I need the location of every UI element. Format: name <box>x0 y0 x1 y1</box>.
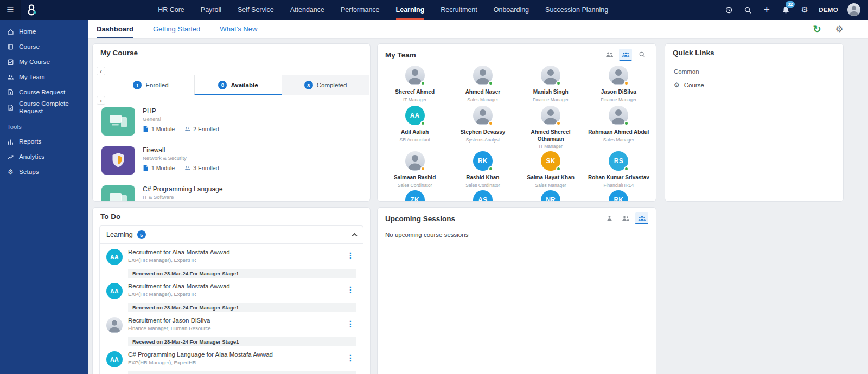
tab-available[interactable]: 0 Available <box>194 75 282 95</box>
page-tab-actions: ↻ ⚙ <box>813 20 843 38</box>
history-icon[interactable] <box>724 5 733 15</box>
member-avatar <box>405 151 425 171</box>
sidebar-item-my-course[interactable]: My Course <box>0 54 88 69</box>
sidebar-item-home[interactable]: Home <box>0 24 88 39</box>
todo-item-title: Recruitment for Jason DiSilva <box>128 317 211 324</box>
nav-onboarding[interactable]: Onboarding <box>494 0 529 20</box>
add-icon[interactable]: + <box>762 5 771 15</box>
team-member[interactable]: Stephen Devassy Systems Analyst <box>449 102 516 148</box>
member-avatar: AA <box>405 106 425 125</box>
nav-recruitment[interactable]: Recruitment <box>441 0 477 20</box>
team-member[interactable]: Rahmaan Ahmed Abdul Sales Manager <box>585 102 653 148</box>
nav-attendance[interactable]: Attendance <box>290 0 324 20</box>
avatar-initials: RK <box>614 196 623 201</box>
kebab-menu-icon[interactable]: ⋮ <box>347 252 354 259</box>
top-navigation: HR Core Payroll Self Service Attendance … <box>158 0 608 20</box>
sessions-pair-view-icon[interactable] <box>619 212 632 224</box>
user-avatar-silhouette-icon <box>847 3 860 16</box>
team-member[interactable]: Ahmed Shereef Othamaan IT Manager <box>517 102 585 148</box>
kebab-menu-icon[interactable]: ⋮ <box>347 320 354 327</box>
team-member[interactable]: AS <box>449 187 516 201</box>
tab-getting-started[interactable]: Getting Started <box>153 20 200 38</box>
status-dot <box>420 121 425 126</box>
nav-succession-planning[interactable]: Succession Planning <box>545 0 608 20</box>
member-avatar <box>541 106 560 125</box>
sidebar-item-label: Course <box>19 43 40 50</box>
person-photo-icon <box>106 317 123 333</box>
nav-hr-core[interactable]: HR Core <box>158 0 184 20</box>
team-member[interactable]: RK <box>585 187 653 201</box>
todo-learning-section: Learning 5 AA Recruitment for Alaa Mosta… <box>99 225 363 374</box>
search-icon[interactable] <box>743 5 752 15</box>
member-avatar <box>473 106 493 125</box>
sidebar-item-course-request[interactable]: Course Request <box>0 85 88 100</box>
avatar-initials: AA <box>110 254 119 260</box>
member-role: Finance Manager <box>533 97 569 102</box>
team-member[interactable]: RS Rohan Kumar Srivastav FinancialHR14 <box>585 148 653 187</box>
sidebar-item-setups[interactable]: ⚙ Setups <box>0 164 88 179</box>
enrolled-people-icon <box>184 126 190 132</box>
course-list-item[interactable]: C# Programming Language IT & Software <box>93 180 370 202</box>
course-list-item[interactable]: Firewall Network & Security 1 Module 3 E… <box>93 141 370 180</box>
todo-item-text: Recruitment for Alaa Mostafa Awwad EXP(H… <box>128 249 230 263</box>
team-member[interactable]: Shereef Ahmed IT Manager <box>381 62 449 102</box>
refresh-icon[interactable]: ↻ <box>813 23 821 35</box>
team-card-view-icon[interactable] <box>619 49 632 61</box>
team-list-view-icon[interactable] <box>603 49 616 61</box>
sidebar-item-reports[interactable]: Reports <box>0 134 88 149</box>
team-member[interactable]: Manish Singh Finance Manager <box>517 62 585 102</box>
status-dot <box>556 81 561 86</box>
nav-learning[interactable]: Learning <box>396 0 425 20</box>
course-list-item[interactable]: PHP General 1 Module 2 Enrolled <box>93 102 370 141</box>
quick-link-label: Course <box>684 82 704 88</box>
team-member[interactable]: NR <box>517 187 585 201</box>
tab-completed[interactable]: 3 Completed <box>282 75 369 95</box>
app-logo[interactable] <box>21 3 42 16</box>
hamburger-menu-icon[interactable]: ☰ <box>0 0 21 20</box>
learning-section-header[interactable]: Learning 5 <box>100 226 363 244</box>
course-category: Network & Security <box>143 155 219 161</box>
team-member[interactable]: ZK <box>381 187 449 201</box>
tab-enrolled[interactable]: 1 Enrolled <box>107 75 195 95</box>
nav-self-service[interactable]: Self Service <box>238 0 274 20</box>
todo-item-head: AA Recruitment for Alaa Mostafa Awwad EX… <box>106 283 356 299</box>
team-member[interactable]: RK Rashid Khan Sales Cordinator <box>449 148 516 187</box>
sessions-group-view-icon[interactable] <box>635 212 648 224</box>
nav-performance[interactable]: Performance <box>341 0 380 20</box>
sidebar-item-course-complete-request[interactable]: Course Complete Request <box>0 100 88 115</box>
collapse-chevron-icon[interactable] <box>352 233 358 238</box>
tab-whats-new[interactable]: What's New <box>220 20 257 38</box>
sidebar-item-course[interactable]: Course <box>0 39 88 54</box>
member-role: Systems Analyst <box>466 137 500 143</box>
member-avatar: ZK <box>405 190 425 201</box>
team-search-icon[interactable] <box>635 49 648 61</box>
quick-link-course[interactable]: ⚙ Course <box>665 75 843 89</box>
sessions-single-view-icon[interactable] <box>603 212 616 224</box>
user-avatar[interactable] <box>847 3 860 16</box>
todo-list-item[interactable]: Recruitment for Jason DiSilva Finance Ma… <box>100 312 363 346</box>
dashboard-settings-gear-icon[interactable]: ⚙ <box>835 24 843 34</box>
team-member[interactable]: Salmaan Rashid Sales Cordinator <box>381 148 449 187</box>
notifications-bell-icon[interactable]: 32 <box>781 5 790 15</box>
todo-list-item[interactable]: AA C# Programming Language for Alaa Most… <box>100 346 363 374</box>
my-course-icon <box>7 59 14 66</box>
todo-item-head: AA C# Programming Language for Alaa Most… <box>106 351 356 367</box>
settings-gear-icon[interactable]: ⚙ <box>800 5 809 15</box>
tab-dashboard[interactable]: Dashboard <box>97 20 133 38</box>
team-member[interactable]: SK Salma Hayat Khan Sales Manager <box>517 148 585 187</box>
nav-payroll[interactable]: Payroll <box>201 0 221 20</box>
kebab-menu-icon[interactable]: ⋮ <box>347 354 354 362</box>
course-thumbnail <box>101 146 135 175</box>
todo-item-head: Recruitment for Jason DiSilva Finance Ma… <box>106 317 356 333</box>
member-avatar: AS <box>473 190 493 201</box>
todo-item-subtitle: EXP(HR Manager), ExpertHR <box>128 257 230 263</box>
team-member[interactable]: AA Adil Aaliah SR Accountant <box>381 102 449 148</box>
todo-list-item[interactable]: AA Recruitment for Alaa Mostafa Awwad EX… <box>100 244 363 278</box>
team-member[interactable]: Jason DiSilva Finance Manager <box>585 62 653 102</box>
tabs-scroll-left-icon[interactable]: ‹ <box>97 67 105 75</box>
sidebar-item-analytics[interactable]: Analytics <box>0 149 88 164</box>
sidebar-item-my-team[interactable]: My Team <box>0 69 88 85</box>
kebab-menu-icon[interactable]: ⋮ <box>347 286 354 293</box>
team-member[interactable]: Ahmed Naser Sales Manager <box>449 62 516 102</box>
todo-list-item[interactable]: AA Recruitment for Alaa Mostafa Awwad EX… <box>100 278 363 312</box>
